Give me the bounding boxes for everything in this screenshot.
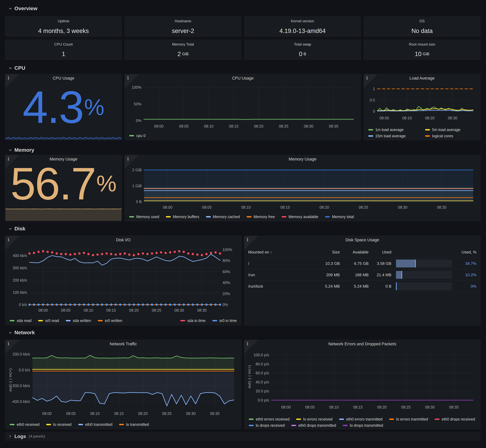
disk-space-usage-panel: i Disk Space Usage Mounted on↑ Size Avai…	[244, 236, 480, 325]
legend-item[interactable]: eth0 errors tranmitted	[339, 417, 382, 421]
load-average-panel: i Load Average 08:0008:1008:2008:3000.51…	[364, 74, 480, 140]
panel-title[interactable]: Disk I/O	[5, 238, 241, 242]
cell-available: 188 MB	[340, 272, 369, 277]
series-label: Memory free	[254, 215, 275, 219]
svg-text:08:20: 08:20	[425, 116, 435, 120]
logs-panel-count: (4 panels)	[29, 434, 45, 439]
series-color-swatch	[249, 425, 254, 426]
svg-text:08:00: 08:00	[154, 124, 164, 128]
cell-size: 209 MB	[311, 272, 340, 277]
legend-item[interactable]: Memory total	[325, 215, 354, 219]
svg-text:08:35: 08:35	[329, 124, 338, 128]
stat-panel-root-mount-size: Root mount size 10GiB	[364, 40, 480, 60]
section-header-cpu[interactable]: CPU	[8, 65, 25, 71]
chevron-down-icon	[8, 148, 12, 152]
memory-usage-chart-panel: i Memory Usage 08:0008:0508:1008:1508:20…	[125, 155, 480, 221]
svg-text:40%: 40%	[223, 280, 230, 285]
svg-text:1 GiB: 1 GiB	[132, 184, 142, 188]
series-color-swatch	[129, 216, 134, 217]
cell-size: 5.24 MB	[311, 284, 340, 289]
legend-item[interactable]: Memory available	[282, 215, 318, 219]
svg-text:08:00: 08:00	[38, 308, 48, 312]
legend-item[interactable]: 15m load average	[368, 134, 418, 138]
panel-title[interactable]: Disk Space Usage	[244, 238, 480, 242]
table-row[interactable]: /run/lock5.24 MB5.24 MB0 B0%	[248, 281, 477, 292]
legend-item[interactable]: sda read	[10, 319, 32, 323]
panel-title[interactable]: CPU Usage	[125, 76, 361, 81]
column-header-mounted-on[interactable]: Mounted on↑	[248, 250, 311, 255]
panel-title[interactable]: Load Average	[364, 76, 480, 81]
section-title: Network	[15, 329, 35, 336]
svg-text:2 GiB: 2 GiB	[132, 168, 142, 172]
svg-text:08:20: 08:20	[129, 308, 139, 312]
legend-item[interactable]: 1m load average	[368, 128, 418, 132]
legend-item[interactable]: eth0 transmitted	[78, 422, 112, 427]
series-color-swatch	[66, 320, 71, 321]
section-title: Memory	[15, 147, 34, 153]
svg-text:-400.0 kb/s: -400.0 kb/s	[11, 400, 30, 404]
svg-text:0 b/s: 0 b/s	[19, 303, 27, 307]
legend-item[interactable]: cpu 0	[129, 134, 145, 138]
legend-item[interactable]: Memory used	[129, 215, 159, 219]
stat-value: server-2	[125, 25, 241, 37]
legend-item[interactable]: eth0 received	[10, 422, 40, 427]
cell-available: 6.75 GB	[340, 261, 369, 266]
legend-item[interactable]: eth0 drops transmitted	[291, 423, 336, 428]
stat-value: 10GiB	[364, 48, 480, 60]
svg-text:08:30: 08:30	[175, 308, 184, 312]
legend-item[interactable]: sr0 read	[38, 319, 59, 323]
legend-item[interactable]: Memory buffers	[166, 215, 199, 219]
legend-item[interactable]: sr0 io time	[212, 319, 237, 323]
series-label: eth0 errors received	[256, 417, 289, 421]
section-header-network[interactable]: Network	[8, 329, 35, 336]
section-header-logs[interactable]: Logs (4 panels)	[5, 432, 480, 441]
series-color-swatch	[38, 320, 43, 321]
legend-item[interactable]: sda io time	[180, 319, 206, 323]
cell-used-percent: 34.7%	[454, 261, 477, 266]
legend-item[interactable]: logical cores	[425, 134, 475, 138]
panel-title[interactable]: CPU Usage	[5, 76, 122, 81]
legend-item[interactable]: lo drops received	[249, 423, 285, 428]
legend-item[interactable]: eth0 errors received	[249, 417, 289, 421]
section-header-memory[interactable]: Memory	[8, 147, 34, 153]
svg-text:08:35: 08:35	[197, 308, 207, 312]
legend-item[interactable]: sda written	[66, 319, 91, 323]
section-header-overview[interactable]: Overview	[8, 6, 37, 11]
legend-item[interactable]: lo received	[46, 422, 72, 427]
table-row[interactable]: /run209 MB188 MB21.4 MB10.2%	[248, 269, 477, 281]
column-header-size[interactable]: Size	[311, 250, 340, 255]
series-color-swatch	[249, 418, 254, 420]
stat-panel-kernel-version: Kernel version 4.19.0-13-amd64	[244, 16, 361, 37]
panel-title[interactable]: Memory Usage	[125, 157, 480, 162]
legend-item[interactable]: 5m load average	[425, 128, 475, 132]
svg-text:08:10: 08:10	[402, 116, 412, 120]
svg-text:08:15: 08:15	[114, 411, 124, 416]
panel-title[interactable]: Network Traffic	[5, 342, 241, 346]
legend-item[interactable]: lo errors received	[296, 417, 333, 421]
legend-item[interactable]: lo errors tranmitted	[389, 417, 428, 421]
legend-item[interactable]: eth0 drops received	[435, 417, 475, 421]
column-header-used-pct[interactable]: Used, %	[454, 250, 477, 255]
stat-title: Kernel version	[244, 19, 361, 23]
cell-used-percent: 0%	[454, 284, 477, 289]
stat-panel-hostname: Hostname server-2	[125, 16, 241, 37]
legend-item[interactable]: lo drops transmitted	[343, 423, 383, 428]
column-header-available[interactable]: Available	[340, 250, 369, 255]
section-header-disk[interactable]: Disk	[8, 226, 25, 232]
series-label: lo drops received	[256, 423, 285, 428]
used-percent-gauge	[396, 282, 452, 290]
series-label: eth0 drops transmitted	[298, 423, 336, 428]
svg-text:20.0 p/s: 20.0 p/s	[256, 389, 269, 393]
series-label: eth0 received	[17, 422, 40, 427]
column-header-used[interactable]: Used	[369, 250, 391, 255]
panel-title[interactable]: Network Errors and Dropped Packets	[244, 342, 480, 346]
table-row[interactable]: /10.3 GB6.75 GB3.58 GB34.7%	[248, 258, 477, 269]
legend-item[interactable]: lo transmitted	[119, 422, 149, 427]
svg-text:08:15: 08:15	[280, 205, 290, 209]
legend-item[interactable]: sr0 written	[98, 319, 122, 323]
legend-item[interactable]: Memory free	[247, 215, 275, 219]
legend-item[interactable]: Memory cached	[206, 215, 240, 219]
cpu-usage-sparkline	[6, 133, 121, 140]
series-label: Memory cached	[213, 215, 240, 219]
svg-text:08:20: 08:20	[377, 405, 387, 409]
